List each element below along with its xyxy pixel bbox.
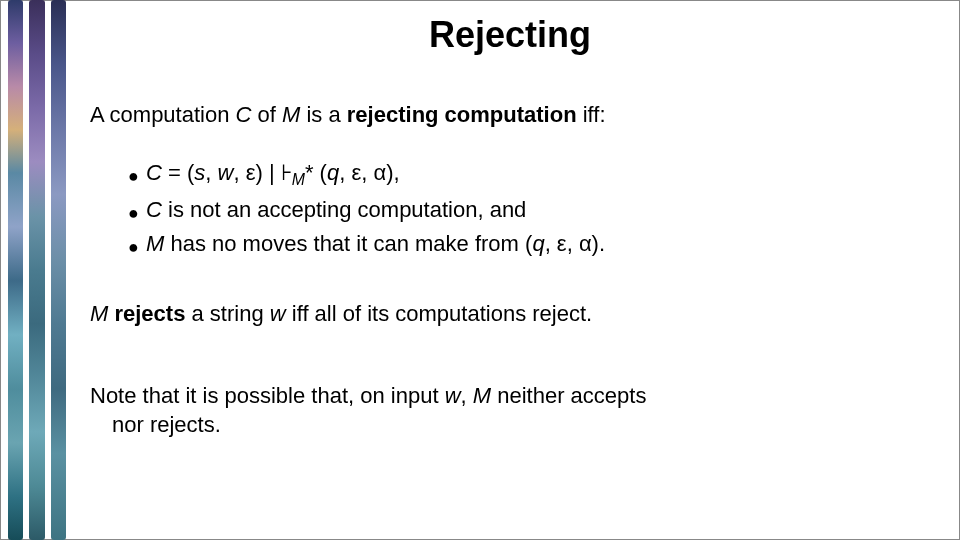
note-w: w	[445, 383, 461, 408]
slide: Rejecting A computation C of M is a reje…	[0, 0, 960, 540]
b2-C: C	[146, 197, 162, 222]
slide-content: Rejecting A computation C of M is a reje…	[90, 14, 930, 440]
rej-post: iff all of its computations reject.	[286, 301, 593, 326]
note-l1b: ,	[461, 383, 473, 408]
intro-mid1: of	[251, 102, 282, 127]
b3-mid: has no moves that it can make from (	[164, 231, 532, 256]
intro-pre: A computation	[90, 102, 236, 127]
rej-M: M	[90, 301, 108, 326]
b2-rest: is not an accepting computation, and	[162, 197, 526, 222]
bullet-dot-icon: ●	[128, 238, 146, 256]
b1-C: C	[146, 160, 162, 185]
b1-star: * (	[305, 160, 327, 185]
ribbon-2	[29, 0, 44, 540]
b3-M: M	[146, 231, 164, 256]
intro-term: rejecting computation	[347, 102, 577, 127]
bullet-dot-icon: ●	[128, 204, 146, 222]
intro-M: M	[282, 102, 300, 127]
b1-c1: ,	[205, 160, 217, 185]
slide-title: Rejecting	[90, 14, 930, 56]
bullet-2: ● C is not an accepting computation, and	[128, 193, 930, 227]
b1-c3: , ε, α),	[339, 160, 399, 185]
bullet-dot-icon: ●	[128, 167, 146, 185]
intro-mid2: is a	[300, 102, 346, 127]
bullet-2-text: C is not an accepting computation, and	[146, 193, 526, 227]
ribbon-3	[51, 0, 66, 540]
note-block: Note that it is possible that, on input …	[90, 381, 930, 440]
rej-mid: a string	[185, 301, 269, 326]
b1-c2: , ε) | ⊦	[233, 160, 291, 185]
rej-verb: rejects	[114, 301, 185, 326]
intro-line: A computation C of M is a rejecting comp…	[90, 100, 930, 130]
decorative-ribbons	[8, 0, 66, 540]
intro-C: C	[236, 102, 252, 127]
b1-w: w	[218, 160, 234, 185]
b1-q: q	[327, 160, 339, 185]
bullet-3: ● M has no moves that it can make from (…	[128, 227, 930, 261]
note-l2: nor rejects.	[90, 410, 930, 440]
note-l1a: Note that it is possible that, on input	[90, 383, 445, 408]
intro-post: iff:	[577, 102, 606, 127]
note-M: M	[473, 383, 491, 408]
note-l1c: neither accepts	[491, 383, 646, 408]
b1-eq: = (	[162, 160, 194, 185]
rejects-line: M rejects a string w iff all of its comp…	[90, 299, 930, 329]
b3-rest: , ε, α).	[545, 231, 605, 256]
bullet-3-text: M has no moves that it can make from (q,…	[146, 227, 605, 261]
b1-s: s	[194, 160, 205, 185]
b1-Msub: M	[292, 171, 305, 188]
bullet-1: ● C = (s, w, ε) | ⊦M* (q, ε, α),	[128, 156, 930, 193]
bullet-1-text: C = (s, w, ε) | ⊦M* (q, ε, α),	[146, 156, 400, 193]
rej-w: w	[270, 301, 286, 326]
b3-q: q	[532, 231, 544, 256]
ribbon-1	[8, 0, 23, 540]
bullet-list: ● C = (s, w, ε) | ⊦M* (q, ε, α), ● C is …	[90, 156, 930, 261]
